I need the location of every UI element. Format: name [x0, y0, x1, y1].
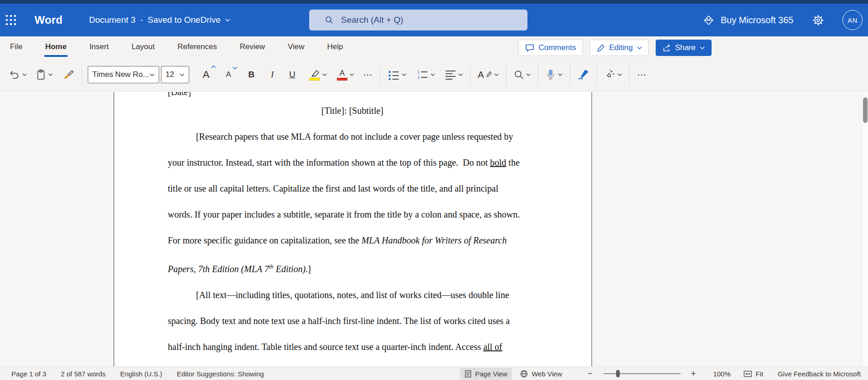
fit-label: Fit — [756, 370, 763, 378]
app-launcher-button[interactable] — [0, 4, 22, 36]
paragraph1-line3: title or use all capital letters. Capita… — [168, 176, 537, 202]
share-button[interactable]: Share — [656, 40, 712, 56]
chevron-down-icon — [494, 73, 499, 76]
clipped-header-line: [Date] — [168, 92, 537, 98]
zoom-in-button[interactable]: + — [688, 369, 698, 379]
bold-icon: B — [248, 70, 255, 80]
undo-button[interactable] — [7, 68, 29, 81]
chevron-down-icon — [225, 19, 230, 22]
fit-button[interactable]: Fit — [743, 370, 763, 378]
chevron-down-icon — [150, 73, 155, 76]
format-painter-button[interactable] — [61, 67, 76, 82]
share-icon — [662, 44, 671, 52]
app-name[interactable]: Word — [35, 14, 63, 26]
zoom-slider-thumb[interactable] — [616, 370, 620, 377]
web-view-button[interactable]: Web View — [516, 368, 567, 380]
scrollbar-thumb[interactable] — [863, 97, 868, 123]
globe-icon — [520, 370, 528, 378]
vertical-scrollbar[interactable] — [862, 92, 868, 366]
editor-pen-icon — [577, 69, 589, 80]
paragraph1-line1: [Research papers that use MLA format do … — [168, 124, 537, 150]
comments-button[interactable]: Comments — [518, 40, 582, 56]
editor-button[interactable] — [576, 67, 591, 82]
numbering-button[interactable]: 12 — [415, 67, 437, 82]
toolbar-divider — [82, 65, 82, 85]
search-icon — [325, 15, 334, 25]
toolbar-overflow-button[interactable]: ⋯ — [635, 67, 648, 82]
font-name-combobox[interactable]: Times New Ro... — [88, 66, 159, 83]
page-indicator[interactable]: Page 1 of 3 — [11, 370, 46, 378]
search-input[interactable]: Search (Alt + Q) — [309, 10, 527, 30]
header-actions: Buy Microsoft 365 — [703, 4, 863, 36]
paste-button[interactable] — [34, 67, 55, 82]
status-right: Page View Web View − + 100% — [460, 367, 861, 380]
underline-button[interactable]: U — [287, 68, 297, 81]
bold-button[interactable]: B — [246, 68, 256, 81]
document-title: Document 3 — [89, 15, 135, 25]
italic-icon: I — [271, 70, 274, 80]
zoom-out-button[interactable]: − — [585, 369, 595, 379]
bullets-button[interactable] — [386, 67, 408, 82]
alignment-button[interactable] — [443, 68, 465, 81]
tab-view[interactable]: View — [288, 36, 305, 58]
page-view-button[interactable]: Page View — [460, 368, 512, 380]
document-title-line: [Title]: [Subtitle] — [168, 98, 537, 124]
sparkle-wand-icon — [604, 69, 615, 80]
styles-button[interactable]: A — [476, 68, 501, 82]
chevron-up-icon — [211, 65, 216, 68]
clipboard-icon — [36, 69, 46, 80]
tab-file[interactable]: File — [10, 36, 22, 58]
font-overflow-button[interactable]: ⋯ — [361, 67, 375, 82]
dictate-button[interactable] — [544, 67, 564, 82]
window-edge-strip — [0, 0, 868, 4]
ellipsis-icon: ⋯ — [363, 69, 373, 80]
word-count[interactable]: 2 of 587 words — [61, 370, 105, 378]
grow-font-button[interactable]: A — [201, 67, 211, 82]
feedback-link[interactable]: Give Feedback to Microsoft — [778, 370, 861, 378]
grow-font-letter: A — [203, 69, 210, 81]
chevron-down-icon — [232, 66, 237, 70]
font-size-combobox[interactable]: 12 — [161, 66, 189, 83]
zoom-level[interactable]: 100% — [713, 370, 730, 378]
document-title-menu[interactable]: Document 3 - Saved to OneDrive — [89, 15, 230, 25]
font-color-swatch — [337, 78, 347, 81]
paragraph1-line4: words. If your paper includes a subtitle… — [168, 202, 537, 228]
editor-suggestions-indicator[interactable]: Editor Suggestions: Showing — [177, 370, 264, 378]
shrink-font-button[interactable]: A — [224, 68, 233, 81]
chevron-down-icon — [526, 73, 531, 76]
align-text-icon — [445, 70, 456, 80]
styles-letter: A — [478, 70, 484, 80]
editing-mode-button[interactable]: Editing — [590, 40, 649, 56]
auto-format-button[interactable] — [602, 67, 624, 82]
language-indicator[interactable]: English (U.S.) — [120, 370, 162, 378]
microphone-icon — [546, 69, 556, 81]
tab-home[interactable]: Home — [45, 36, 66, 58]
pencil-icon — [597, 44, 605, 52]
find-button[interactable] — [512, 68, 532, 81]
tab-review[interactable]: Review — [240, 36, 265, 58]
toolbar-divider — [570, 65, 570, 85]
font-color-button[interactable]: A — [335, 67, 356, 82]
buy-microsoft-365-button[interactable]: Buy Microsoft 365 — [703, 15, 793, 26]
gear-icon — [812, 14, 824, 26]
settings-button[interactable] — [809, 4, 827, 36]
document-page[interactable]: [Date] [Title]: [Subtitle] [Research pap… — [114, 92, 592, 366]
italic-button[interactable]: I — [269, 68, 276, 81]
highlight-color-button[interactable] — [307, 67, 329, 82]
tab-references[interactable]: References — [177, 36, 217, 58]
font-name-value: Times New Ro... — [92, 70, 149, 79]
tab-help[interactable]: Help — [327, 36, 343, 58]
tab-layout[interactable]: Layout — [131, 36, 155, 58]
search-icon — [514, 70, 524, 80]
highlight-color-swatch — [309, 78, 320, 81]
page-view-icon — [465, 370, 472, 378]
tab-insert[interactable]: Insert — [90, 36, 109, 58]
paragraph1-line5: For more specific guidance on capitaliza… — [168, 228, 537, 253]
fit-width-icon — [743, 370, 752, 377]
account-avatar[interactable]: AN — [843, 10, 863, 30]
comments-label: Comments — [538, 43, 576, 52]
font-size-value: 12 — [166, 70, 174, 79]
chevron-down-icon — [637, 46, 642, 50]
zoom-slider[interactable] — [603, 373, 681, 374]
chevron-down-icon — [22, 73, 27, 76]
